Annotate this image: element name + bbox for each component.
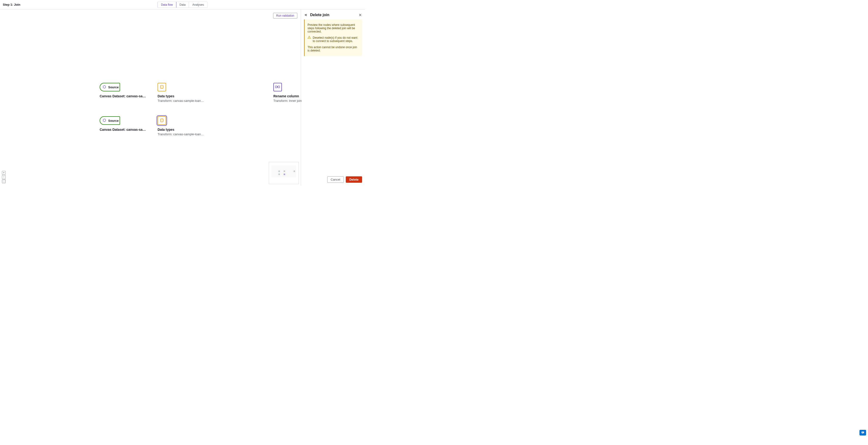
- tab-data-flow[interactable]: Data flow: [157, 2, 176, 8]
- warning-line-3: This action cannot be undone once join i…: [308, 46, 359, 52]
- zoom-controls: + − ⛶: [2, 171, 6, 183]
- delete-button[interactable]: Delete: [346, 176, 362, 183]
- step-title: Step 1: Join: [3, 3, 21, 6]
- warning-line-2: Deselect node(s) if you do not want to c…: [313, 36, 359, 43]
- node-title: Canvas Dataset: canvas-sample-…: [100, 94, 147, 98]
- view-tabs: Data flow Data Analyses: [157, 2, 207, 8]
- node-datatypes-1[interactable]: Data types Transform: canvas-sample-loan…: [158, 83, 205, 102]
- minimap[interactable]: [269, 162, 299, 184]
- node-label: Source: [108, 85, 119, 89]
- zoom-out-button[interactable]: −: [2, 175, 6, 179]
- back-icon[interactable]: [304, 13, 308, 17]
- warning-message: Preview the nodes where subsequent steps…: [304, 20, 362, 56]
- tab-analyses[interactable]: Analyses: [189, 2, 207, 8]
- node-title: Data types: [158, 128, 205, 131]
- node-subtitle: Transform: canvas-sample-loans-part-…: [158, 132, 205, 136]
- zoom-fit-button[interactable]: ⛶: [2, 179, 6, 183]
- node-source-2[interactable]: Source Canvas Dataset: canvas-sample-…: [100, 116, 147, 131]
- database-icon: [160, 118, 164, 123]
- topbar: Step 1: Join Data flow Data Analyses: [0, 0, 365, 9]
- node-title: Canvas Dataset: canvas-sample-…: [100, 128, 147, 131]
- node-datatypes-2[interactable]: Data types Transform: canvas-sample-loan…: [158, 116, 205, 136]
- svg-rect-6: [275, 86, 277, 88]
- node-subtitle: Transform: Inner join: [273, 99, 321, 102]
- node-source-1[interactable]: Source Canvas Dataset: canvas-sample-…: [100, 83, 147, 98]
- tab-data[interactable]: Data: [176, 2, 189, 8]
- svg-rect-7: [278, 86, 280, 88]
- node-title: Rename column: [273, 94, 321, 98]
- warning-line-1: Preview the nodes where subsequent steps…: [308, 23, 359, 33]
- rename-icon: [275, 85, 280, 89]
- zoom-in-button[interactable]: +: [2, 171, 6, 175]
- close-icon[interactable]: [358, 13, 362, 17]
- node-title: Data types: [158, 94, 205, 98]
- warning-icon: [308, 36, 311, 39]
- cube-icon: [102, 118, 106, 123]
- node-label: Source: [108, 119, 119, 122]
- cube-icon: [102, 85, 106, 89]
- panel-title: Delete join: [310, 13, 356, 17]
- canvas-area[interactable]: Run validation Source: [0, 9, 301, 186]
- database-icon: [160, 85, 164, 90]
- cancel-button[interactable]: Cancel: [327, 176, 344, 183]
- node-subtitle: Transform: canvas-sample-loans-part-…: [158, 99, 205, 102]
- node-rename-column[interactable]: Rename column Transform: Inner join: [273, 83, 321, 102]
